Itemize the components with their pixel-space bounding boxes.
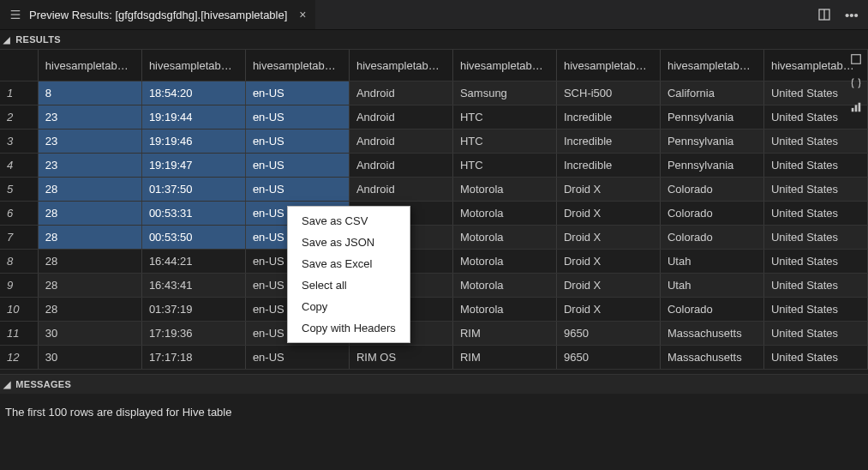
menu-save-excel[interactable]: Save as Excel — [288, 253, 410, 274]
cell[interactable]: RIM — [452, 322, 556, 346]
cell[interactable]: 8 — [38, 81, 141, 105]
cell[interactable]: Motorola — [452, 250, 556, 274]
cell[interactable]: en-US — [245, 81, 349, 105]
cell[interactable]: 01:37:50 — [141, 178, 245, 202]
cell[interactable]: RIM OS — [349, 346, 452, 370]
cell[interactable]: 19:19:44 — [141, 105, 245, 130]
row-number[interactable]: 7 — [0, 226, 38, 250]
cell[interactable]: 16:44:21 — [141, 250, 245, 274]
row-number[interactable]: 8 — [0, 250, 38, 274]
collapse-results-icon[interactable]: ◢ — [3, 35, 10, 45]
cell[interactable]: United States — [763, 274, 867, 298]
cell[interactable]: en-US — [245, 105, 349, 130]
cell[interactable]: Samsung — [452, 81, 556, 105]
cell[interactable]: 00:53:31 — [141, 202, 245, 226]
cell[interactable]: Droid X — [556, 202, 660, 226]
cell[interactable]: 23 — [38, 105, 141, 130]
rownum-header[interactable] — [0, 50, 38, 81]
row-number[interactable]: 12 — [0, 346, 38, 370]
cell[interactable]: Android — [349, 130, 452, 154]
table-row[interactable]: 32319:19:46en-USAndroidHTCIncrediblePenn… — [0, 130, 868, 154]
column-header[interactable]: hivesampletab… — [452, 50, 556, 81]
cell[interactable]: 17:19:36 — [141, 322, 245, 346]
cell[interactable]: Colorado — [660, 226, 763, 250]
cell[interactable]: United States — [763, 202, 867, 226]
cell[interactable]: Droid X — [556, 226, 660, 250]
cell[interactable]: Android — [349, 178, 452, 202]
row-number[interactable]: 4 — [0, 154, 38, 178]
cell[interactable]: HTC — [452, 154, 556, 178]
cell[interactable]: en-US — [245, 178, 349, 202]
cell[interactable]: Pennsylvania — [660, 130, 763, 154]
column-header[interactable]: hivesampletab… — [349, 50, 452, 81]
table-row[interactable]: 123017:17:18en-USRIM OSRIM9650Massachuse… — [0, 346, 868, 370]
cell[interactable]: United States — [763, 298, 867, 322]
cell[interactable]: Massachusetts — [660, 346, 763, 370]
cell[interactable]: Motorola — [452, 178, 556, 202]
cell[interactable]: 01:37:19 — [141, 298, 245, 322]
row-number[interactable]: 10 — [0, 298, 38, 322]
table-row[interactable]: 92816:43:41en-USMotorolaDroid XUtahUnite… — [0, 274, 868, 298]
cell[interactable]: Colorado — [660, 298, 763, 322]
table-row[interactable]: 113017:19:36en-USRIM OSRIM9650Massachuse… — [0, 322, 868, 346]
cell[interactable]: California — [660, 81, 763, 105]
cell[interactable]: United States — [763, 250, 867, 274]
menu-save-csv[interactable]: Save as CSV — [288, 210, 410, 232]
row-number[interactable]: 6 — [0, 202, 38, 226]
cell[interactable]: United States — [763, 178, 867, 202]
cell[interactable]: 17:17:18 — [141, 346, 245, 370]
cell[interactable]: Android — [349, 105, 452, 130]
row-number[interactable]: 2 — [0, 105, 38, 130]
cell[interactable]: 30 — [38, 322, 141, 346]
cell[interactable]: 23 — [38, 154, 141, 178]
cell[interactable]: United States — [763, 226, 867, 250]
cell[interactable]: 19:19:47 — [141, 154, 245, 178]
row-number[interactable]: 11 — [0, 322, 38, 346]
cell[interactable]: Pennsylvania — [660, 105, 763, 130]
cell[interactable]: 28 — [38, 202, 141, 226]
table-row[interactable]: 82816:44:21en-USMotorolaDroid XUtahUnite… — [0, 250, 868, 274]
cell[interactable]: Colorado — [660, 178, 763, 202]
close-tab-icon[interactable]: × — [299, 8, 306, 21]
cell[interactable]: Droid X — [556, 274, 660, 298]
visualize-icon[interactable] — [847, 98, 865, 117]
table-row[interactable]: 102801:37:19en-USMotorolaDroid XColorado… — [0, 298, 868, 322]
cell[interactable]: United States — [763, 130, 867, 154]
menu-save-json[interactable]: Save as JSON — [288, 232, 410, 253]
json-export-icon[interactable] — [847, 74, 865, 93]
cell[interactable]: Droid X — [556, 178, 660, 202]
cell[interactable]: Incredible — [556, 130, 660, 154]
table-row[interactable]: 52801:37:50en-USAndroidMotorolaDroid XCo… — [0, 178, 868, 202]
table-row[interactable]: 22319:19:44en-USAndroidHTCIncrediblePenn… — [0, 105, 868, 130]
cell[interactable]: United States — [763, 154, 867, 178]
cell[interactable]: 28 — [38, 298, 141, 322]
cell[interactable]: 28 — [38, 178, 141, 202]
cell[interactable]: en-US — [245, 346, 349, 370]
cell[interactable]: United States — [763, 346, 867, 370]
column-header[interactable]: hivesampletab… — [660, 50, 763, 81]
column-header[interactable]: hivesampletab… — [556, 50, 660, 81]
cell[interactable]: Pennsylvania — [660, 154, 763, 178]
menu-select-all[interactable]: Select all — [288, 274, 410, 296]
cell[interactable]: en-US — [245, 130, 349, 154]
results-table[interactable]: hivesampletab… hivesampletab… hivesample… — [0, 50, 868, 370]
cell[interactable]: HTC — [452, 130, 556, 154]
column-header[interactable]: hivesampletab… — [141, 50, 245, 81]
table-row[interactable]: 72800:53:50en-USAndroidMotorolaDroid XCo… — [0, 226, 868, 250]
column-header[interactable]: hivesampletab… — [245, 50, 349, 81]
menu-copy[interactable]: Copy — [288, 296, 410, 317]
cell[interactable]: SCH-i500 — [556, 81, 660, 105]
cell[interactable]: 30 — [38, 346, 141, 370]
cell[interactable]: en-US — [245, 154, 349, 178]
cell[interactable]: Motorola — [452, 202, 556, 226]
cell[interactable]: Colorado — [660, 202, 763, 226]
active-tab[interactable]: Preview Results: [gfgfdsgdsgfdhg].[hives… — [0, 0, 315, 29]
collapse-messages-icon[interactable]: ◢ — [3, 379, 10, 390]
row-number[interactable]: 1 — [0, 81, 38, 105]
cell[interactable]: 9650 — [556, 346, 660, 370]
cell[interactable]: 28 — [38, 226, 141, 250]
cell[interactable]: HTC — [452, 105, 556, 130]
cell[interactable]: 23 — [38, 130, 141, 154]
cell[interactable]: RIM — [452, 346, 556, 370]
cell[interactable]: Utah — [660, 250, 763, 274]
